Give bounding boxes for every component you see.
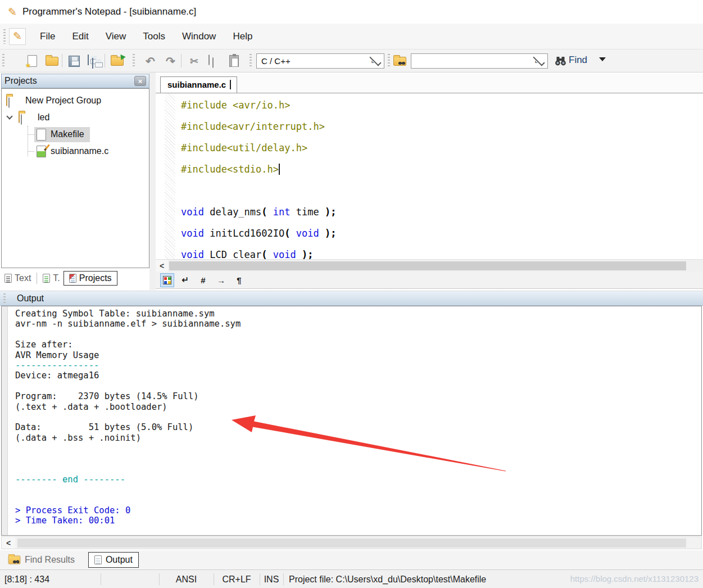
save-button[interactable]	[65, 52, 83, 70]
cut-button[interactable]: ✂	[185, 52, 203, 70]
output-line	[15, 329, 241, 340]
scroll-left-icon[interactable]: <	[2, 537, 15, 549]
output-line	[15, 443, 241, 453]
output-grip[interactable]	[3, 293, 6, 304]
output-panel-title: Output	[17, 293, 44, 304]
output-panel-header[interactable]: Output	[0, 291, 703, 306]
undo-icon: ↶	[146, 55, 155, 68]
find-in-files-button[interactable]	[391, 52, 409, 70]
code-line	[181, 180, 336, 201]
search-input[interactable]: ⌄	[411, 53, 548, 69]
tree-item-label: New Project Group	[25, 96, 101, 106]
find-label[interactable]: Find	[569, 55, 587, 66]
title-bar: ✎ Programmer's Notepad - [suibianname.c]	[0, 0, 703, 24]
tab-projects[interactable]: Projects	[64, 271, 117, 286]
editor-toggle-bar: ↵ # → ¶	[156, 272, 703, 289]
menu-grip[interactable]	[3, 29, 6, 44]
projects-panel-header[interactable]: Projects ×	[1, 74, 149, 88]
tab-label: Text	[15, 273, 31, 283]
tree-item-project-led[interactable]: led	[2, 109, 149, 126]
open-project-button[interactable]	[108, 52, 126, 70]
output-text: Creating Symbol Table: suibianname.symav…	[15, 309, 241, 526]
project-tree[interactable]: New Project Group led Makefile suibianna…	[1, 88, 149, 268]
save-icon	[69, 56, 80, 67]
tab-label: Projects	[79, 273, 112, 283]
save-all-button[interactable]	[85, 52, 102, 70]
document-icon-button[interactable]: ✎	[9, 28, 26, 45]
editor-tab-suibianname[interactable]: suibianname.c	[160, 76, 237, 93]
close-panel-button[interactable]: ×	[134, 76, 146, 86]
cut-icon: ✂	[190, 55, 198, 67]
scroll-left-icon[interactable]: <	[156, 260, 168, 272]
menu-tools[interactable]: Tools	[134, 27, 174, 46]
redo-icon: ↷	[166, 55, 175, 68]
output-line: > Time Taken: 00:01	[15, 515, 241, 526]
toolbar-grip-4[interactable]	[388, 54, 390, 68]
code-line: void initLcd1602IO( void );	[181, 223, 336, 244]
tab-text-clips[interactable]: Text	[1, 272, 34, 285]
window-title: Programmer's Notepad - [suibianname.c]	[22, 6, 196, 17]
toolbar-grip-3[interactable]	[250, 54, 252, 68]
expand-chevron-icon[interactable]	[6, 113, 12, 119]
menu-help[interactable]: Help	[224, 27, 261, 46]
code-line: void delay_nms( int time );	[181, 201, 336, 223]
open-file-button[interactable]	[43, 52, 61, 70]
scheme-select[interactable]: C / C++ ⌄	[256, 53, 384, 69]
find-dropdown-caret[interactable]	[599, 57, 606, 61]
output-h-scrollbar[interactable]: <	[1, 536, 702, 549]
line-end-icon: ↵	[182, 275, 189, 285]
line-ends-toggle-button[interactable]: ↵	[178, 273, 192, 287]
undo-button[interactable]: ↶	[142, 52, 159, 70]
output-doc-icon	[94, 555, 102, 564]
output-h-scroll-thumb[interactable]	[17, 539, 686, 548]
watermark: https://blog.csdn.net/x1131230123	[570, 574, 699, 584]
highlight-toggle-button[interactable]	[160, 273, 174, 287]
scheme-value: C / C++	[261, 56, 291, 66]
chevron-down-icon[interactable]: ⌄	[369, 54, 381, 66]
tab-find-results[interactable]: Find Results	[2, 553, 80, 567]
output-margin	[2, 306, 8, 535]
toolbar: ★ ↶ ↷ ✂ C / C++ ⌄	[0, 49, 703, 73]
toolbar-grip-2[interactable]	[133, 54, 135, 68]
panel-splitter[interactable]	[149, 73, 156, 290]
tree-item-makefile[interactable]: Makefile	[2, 126, 149, 143]
output-line: Creating Symbol Table: suibianname.sym	[15, 309, 241, 319]
output-pane[interactable]: Creating Symbol Table: suibianname.symav…	[1, 306, 702, 536]
paragraph-toggle-button[interactable]: ¶	[232, 273, 246, 287]
new-file-button[interactable]: ★	[24, 52, 41, 70]
chevron-down-icon[interactable]: ⌄	[533, 54, 545, 66]
tree-item-source-file[interactable]: suibianname.c	[2, 143, 149, 160]
tab-tags[interactable]: T.	[39, 272, 63, 285]
code-lines: #include <avr/io.h>#include<avr/interrup…	[181, 94, 336, 259]
tab-label: Find Results	[25, 555, 75, 565]
menu-view[interactable]: View	[97, 27, 135, 46]
save-all-icon	[88, 55, 100, 67]
toolbar-grip-1[interactable]	[2, 54, 4, 68]
code-editor[interactable]: #include <avr/io.h>#include<avr/interrup…	[156, 93, 703, 259]
find-button[interactable]	[552, 52, 569, 70]
menu-window[interactable]: Window	[174, 27, 224, 46]
whitespace-toggle-button[interactable]: #	[196, 273, 210, 287]
copy-button[interactable]	[205, 52, 223, 70]
pilcrow-icon: ¶	[237, 275, 241, 285]
tab-marks-toggle-button[interactable]: →	[214, 273, 228, 287]
project-group-icon	[6, 95, 21, 106]
find-results-icon	[8, 555, 21, 564]
menu-edit[interactable]: Edit	[64, 27, 97, 46]
status-position: [8:18] : 434	[4, 570, 49, 588]
editor-h-scrollbar[interactable]: <	[156, 259, 703, 272]
code-line: void LCD_clear( void );	[181, 244, 336, 259]
tree-item-label: led	[38, 112, 49, 123]
tab-output[interactable]: Output	[88, 552, 139, 568]
editor-h-scroll-thumb[interactable]	[169, 261, 686, 270]
tree-item-project-group[interactable]: New Project Group	[2, 92, 149, 109]
paste-button[interactable]	[225, 52, 243, 70]
output-line: Program: 2370 bytes (14.5% Full)	[15, 391, 241, 401]
tab-separator	[37, 273, 37, 284]
menu-file[interactable]: File	[31, 27, 64, 46]
redo-button[interactable]: ↷	[162, 52, 179, 70]
fold-margin[interactable]	[165, 93, 175, 259]
tree-item-label: suibianname.c	[51, 146, 108, 156]
panel-tab-strip: Text T. Projects	[1, 268, 149, 288]
output-line	[15, 485, 241, 495]
